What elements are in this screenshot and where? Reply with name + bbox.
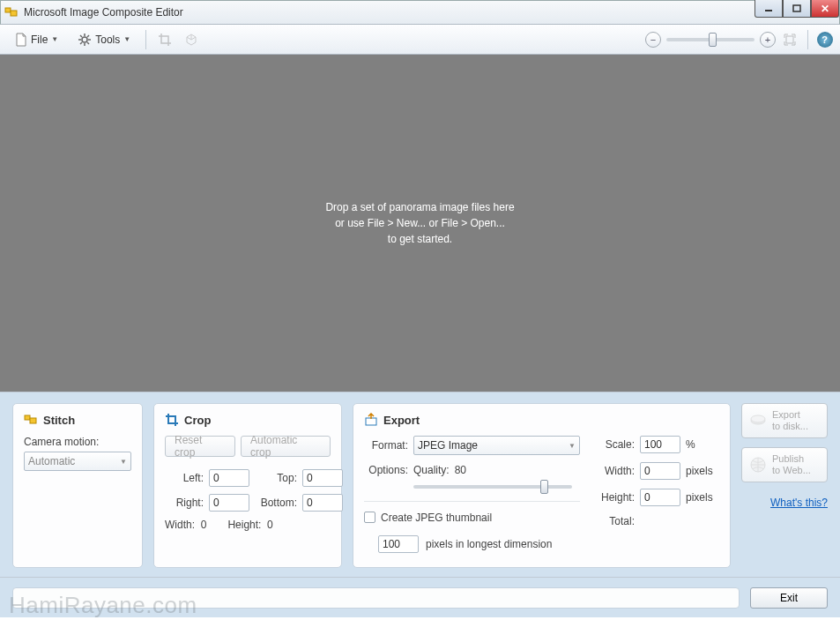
crop-icon [165, 413, 179, 427]
drop-hint-line: Drop a set of panorama image files here [325, 199, 514, 215]
tools-menu-button[interactable]: Tools ▼ [70, 29, 138, 50]
crop-right-label: Right: [165, 497, 207, 509]
export-panel: Export Format: JPEG Image ▼ Options: Qua… [353, 403, 731, 568]
svg-rect-1 [11, 11, 17, 16]
total-label: Total: [596, 515, 635, 527]
toolbar-divider [807, 30, 808, 49]
reset-crop-button: Reset crop [165, 436, 235, 457]
help-button[interactable]: ? [817, 32, 833, 48]
canvas-drop-area[interactable]: Drop a set of panorama image files here … [0, 55, 840, 392]
crop-top-input[interactable] [302, 469, 343, 487]
quality-slider-thumb[interactable] [540, 480, 548, 494]
svg-rect-3 [793, 5, 800, 11]
cube-3d-icon [180, 30, 203, 49]
quality-slider[interactable] [413, 485, 572, 489]
checkbox-icon [364, 512, 375, 523]
create-thumbnail-checkbox[interactable]: Create JPEG thumbnail [364, 512, 492, 524]
svg-point-4 [82, 37, 87, 42]
drop-hint-line: to get started. [325, 231, 514, 247]
svg-line-9 [80, 35, 82, 37]
toolbar-divider [145, 30, 146, 49]
export-width-label: Width: [596, 465, 635, 477]
svg-rect-14 [25, 415, 30, 420]
camera-motion-value: Automatic [28, 455, 75, 467]
file-menu-button[interactable]: File ▼ [7, 29, 66, 50]
stitch-panel: Stitch Camera motion: Automatic ▼ [12, 403, 143, 568]
svg-rect-0 [5, 8, 11, 12]
camera-motion-label: Camera motion: [24, 436, 131, 448]
format-label: Format: [364, 439, 408, 452]
window-close-button[interactable]: ✕ [811, 0, 839, 18]
divider [364, 501, 580, 502]
export-height-label: Height: [596, 491, 635, 504]
dropdown-caret-icon: ▼ [51, 35, 58, 43]
crop-top-label: Top: [255, 472, 301, 484]
panel-strip: Stitch Camera motion: Automatic ▼ Crop R… [0, 392, 840, 577]
export-to-disk-button: Exportto disk... [741, 403, 828, 438]
crop-panel: Crop Reset crop Automatic crop Left: Top… [153, 403, 342, 568]
titlebar: Microsoft Image Composite Editor ✕ [0, 0, 840, 25]
zoom-slider[interactable] [666, 38, 755, 41]
side-buttons: Exportto disk... Publishto Web... What's… [741, 403, 828, 568]
crop-panel-title: Crop [184, 414, 211, 427]
crop-width-readout: Width: 0 [165, 519, 206, 531]
window-maximize-button[interactable] [783, 0, 811, 18]
window-title: Microsoft Image Composite Editor [24, 6, 183, 19]
quality-label: Quality: [413, 464, 450, 476]
svg-point-18 [751, 415, 765, 422]
file-menu-label: File [31, 34, 48, 46]
app-icon [4, 5, 19, 19]
thumbnail-pixels-label: pixels in longest dimension [426, 538, 552, 550]
export-height-input[interactable] [640, 489, 680, 506]
svg-line-12 [87, 35, 89, 37]
whats-this-link[interactable]: What's this? [741, 497, 828, 509]
dropdown-caret-icon: ▼ [120, 458, 127, 466]
crop-left-input[interactable] [209, 469, 249, 487]
svg-rect-15 [30, 418, 36, 423]
width-unit: pixels [686, 465, 713, 477]
crop-tool-icon [153, 30, 176, 49]
quality-value: 80 [455, 464, 466, 476]
crop-right-input[interactable] [209, 494, 249, 512]
options-label: Options: [364, 464, 408, 476]
globe-icon [749, 456, 767, 474]
crop-bottom-label: Bottom: [255, 497, 301, 509]
tools-menu-label: Tools [95, 34, 120, 46]
automatic-crop-button: Automatic crop [241, 436, 331, 457]
zoom-out-button[interactable]: − [645, 32, 661, 48]
crop-height-readout: Height: 0 [227, 519, 272, 531]
export-panel-title: Export [383, 414, 420, 427]
fit-to-screen-icon[interactable] [781, 33, 799, 47]
camera-motion-select: Automatic ▼ [24, 452, 131, 471]
disk-icon [749, 412, 767, 430]
scale-input[interactable] [640, 436, 680, 453]
format-value: JPEG Image [418, 439, 478, 452]
export-icon [364, 413, 378, 427]
drop-hint-text: Drop a set of panorama image files here … [325, 199, 514, 247]
svg-rect-13 [786, 36, 793, 43]
stitch-panel-title: Stitch [43, 414, 75, 427]
exit-button[interactable]: Exit [750, 587, 828, 609]
svg-line-11 [80, 42, 82, 44]
svg-rect-16 [366, 418, 376, 425]
crop-bottom-input[interactable] [302, 494, 343, 512]
zoom-slider-thumb[interactable] [709, 33, 717, 47]
thumbnail-pixels-input[interactable] [378, 535, 419, 553]
height-unit: pixels [686, 491, 713, 504]
create-thumbnail-label: Create JPEG thumbnail [381, 512, 492, 524]
new-file-icon [15, 33, 27, 47]
dropdown-caret-icon: ▼ [123, 35, 130, 43]
gear-icon [78, 33, 92, 47]
drop-hint-line: or use File > New... or File > Open... [325, 215, 514, 231]
format-select[interactable]: JPEG Image ▼ [413, 436, 580, 455]
publish-to-web-button: Publishto Web... [741, 447, 828, 482]
crop-left-label: Left: [165, 472, 207, 484]
zoom-in-button[interactable]: + [760, 32, 776, 48]
scale-unit: % [686, 438, 695, 451]
status-text-box [12, 587, 740, 609]
export-width-input[interactable] [640, 462, 680, 480]
toolbar: File ▼ Tools ▼ − + ? [0, 25, 840, 55]
svg-line-10 [87, 42, 89, 44]
window-minimize-button[interactable] [755, 0, 783, 18]
statusbar: Exit HamiRayane.com [0, 577, 840, 617]
